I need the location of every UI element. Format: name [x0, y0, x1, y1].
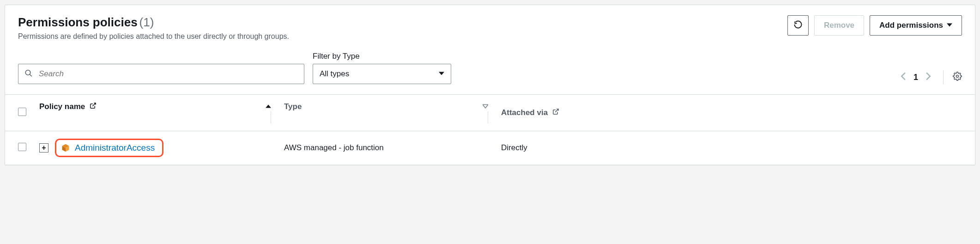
title-block: Permissions policies (1) Permissions are…	[18, 15, 778, 41]
svg-line-1	[30, 74, 32, 77]
table-row: + AdministratorAccess AWS managed - job …	[5, 131, 975, 165]
filters-row: Filter by Type All types 1	[5, 46, 975, 94]
refresh-icon	[793, 20, 803, 31]
external-link-icon	[552, 108, 559, 117]
svg-point-2	[956, 75, 959, 77]
search-wrap	[18, 64, 304, 84]
svg-line-4	[555, 109, 558, 112]
page-number: 1	[913, 73, 918, 82]
sort-asc-icon	[266, 104, 271, 110]
pagination: 1	[901, 70, 962, 84]
search-icon	[24, 69, 33, 79]
page-prev[interactable]	[901, 72, 906, 83]
caret-down-icon	[947, 21, 952, 30]
svg-line-3	[92, 103, 96, 106]
cell-type: AWS managed - job function	[278, 131, 495, 165]
gear-icon	[953, 72, 962, 83]
permissions-policies-panel: Permissions policies (1) Permissions are…	[5, 5, 975, 165]
policies-table: Policy name Type	[5, 94, 975, 165]
cell-attached-via: Directly	[495, 131, 975, 165]
panel-actions: Remove Add permissions	[787, 15, 962, 36]
header-attached-via[interactable]: Attached via	[495, 95, 975, 131]
panel-subtitle: Permissions are defined by policies atta…	[18, 32, 778, 41]
panel-header: Permissions policies (1) Permissions are…	[5, 5, 975, 46]
add-permissions-label: Add permissions	[879, 21, 943, 30]
header-policy-name-label: Policy name	[39, 102, 85, 111]
svg-point-0	[25, 70, 30, 75]
expand-row-button[interactable]: +	[39, 143, 48, 152]
filter-type-value: All types	[320, 69, 349, 79]
row-checkbox[interactable]	[18, 143, 26, 151]
sort-icon	[483, 104, 488, 110]
panel-count: (1)	[139, 15, 154, 29]
remove-label: Remove	[824, 21, 854, 30]
header-type-label: Type	[284, 102, 302, 111]
search-input[interactable]	[18, 64, 304, 84]
table-header-row: Policy name Type	[5, 95, 975, 131]
filter-type-select[interactable]: All types	[313, 64, 451, 84]
filter-type-col: Filter by Type All types	[313, 52, 451, 84]
policy-name-link[interactable]: AdministratorAccess	[75, 143, 155, 153]
policy-cube-icon	[61, 143, 70, 152]
external-link-icon	[90, 102, 97, 111]
divider	[943, 70, 944, 84]
filter-type-label: Filter by Type	[313, 52, 451, 61]
refresh-button[interactable]	[787, 15, 809, 36]
header-attached-via-label: Attached via	[501, 108, 548, 117]
select-all-checkbox[interactable]	[18, 108, 26, 116]
settings-button[interactable]	[953, 72, 962, 83]
header-type[interactable]: Type	[278, 95, 495, 131]
highlighted-policy: AdministratorAccess	[55, 139, 163, 157]
page-next[interactable]	[926, 72, 931, 83]
add-permissions-button[interactable]: Add permissions	[870, 15, 962, 36]
remove-button[interactable]: Remove	[814, 15, 864, 36]
panel-title: Permissions policies	[18, 15, 138, 29]
header-policy-name[interactable]: Policy name	[33, 95, 278, 131]
caret-down-icon	[439, 69, 444, 79]
